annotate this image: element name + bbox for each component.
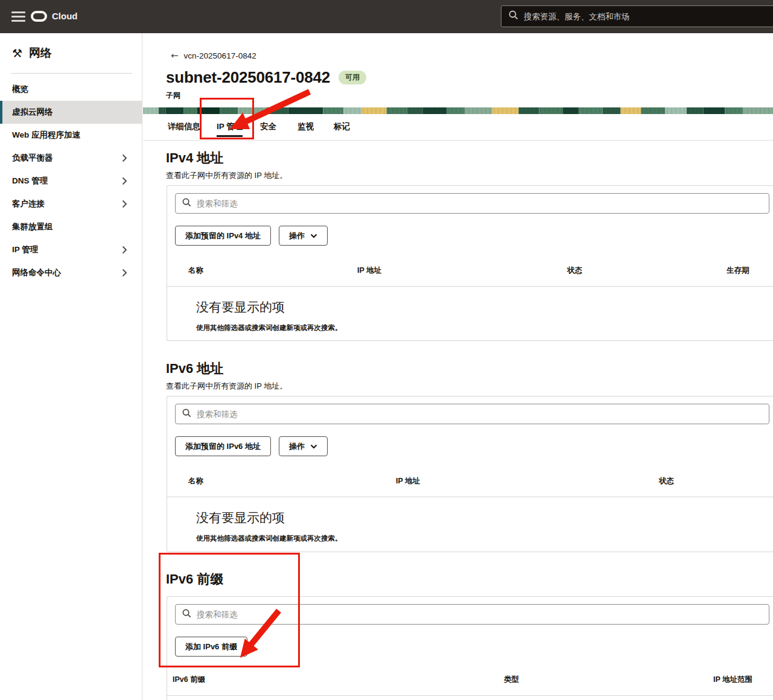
ipv6-prefix-table-header: IPv6 前缀 类型 IP 地址范围 (167, 669, 773, 696)
sidebar-item-vcn[interactable]: 虚拟云网络 (0, 101, 142, 124)
oracle-logo-icon[interactable] (31, 11, 47, 22)
decorative-banner (143, 107, 773, 114)
tab-monitoring[interactable]: 监视 (297, 121, 314, 138)
tab-security[interactable]: 安全 (260, 121, 276, 138)
search-icon (509, 10, 518, 22)
search-icon (182, 198, 191, 209)
ipv6-prefix-section-heading: IPv6 前缀 (166, 570, 223, 588)
search-icon (182, 609, 191, 620)
column-header[interactable]: 生存期 (727, 266, 749, 276)
sidebar-divider (11, 73, 132, 74)
back-arrow-icon[interactable]: ← (171, 50, 179, 61)
search-icon (182, 409, 191, 420)
topbar: Cloud (0, 0, 773, 33)
ipv6-section-description: 查看此子网中所有资源的 IP 地址。 (166, 381, 287, 392)
add-reserved-ipv6-button[interactable]: 添加预留的 IPv6 地址 (175, 436, 271, 456)
ipv6-actions-button[interactable]: 操作 (279, 436, 328, 456)
ipv4-empty-state-title: 没有要显示的项 (196, 299, 769, 316)
ipv4-empty-state-subtitle: 使用其他筛选器或搜索词创建新项或再次搜索。 (196, 323, 769, 332)
column-header[interactable]: 类型 (504, 675, 519, 685)
breadcrumb: ← vcn-20250617-0842 (171, 50, 256, 61)
ipv4-section-heading: IPv4 地址 (166, 149, 223, 167)
ipv6-prefix-panel: 添加 IPv6 前缀 IPv6 前缀 类型 IP 地址范围 (167, 596, 773, 700)
sidebar-item-network-command-center[interactable]: 网络命令中心 (0, 261, 142, 284)
chevron-right-icon (122, 154, 127, 164)
chevron-down-icon (310, 231, 317, 240)
ipv6-section-heading: IPv6 地址 (166, 360, 223, 378)
sidebar-item-ip-management[interactable]: IP 管理 (0, 238, 142, 261)
ipv6-empty-state-title: 没有要显示的项 (196, 509, 769, 526)
sidebar-item-load-balancer[interactable]: 负载平衡器 (0, 147, 142, 170)
ipv6-prefix-search-filter[interactable] (175, 604, 769, 625)
status-badge: 可用 (339, 71, 366, 84)
chevron-right-icon (122, 269, 127, 279)
ipv6-search-input[interactable] (197, 410, 695, 419)
ipv6-panel: 添加预留的 IPv6 地址 操作 名称 IP 地址 状态 没有要显示的项 使用其… (167, 396, 773, 552)
chevron-down-icon (310, 442, 317, 451)
ipv6-table-header: 名称 IP 地址 状态 (167, 470, 773, 497)
column-header[interactable]: 状态 (659, 476, 674, 486)
column-header[interactable]: 状态 (567, 266, 582, 276)
column-header[interactable]: IP 地址范围 (713, 675, 752, 685)
chevron-right-icon (122, 246, 127, 256)
sidebar-item-dns-management[interactable]: DNS 管理 (0, 170, 142, 192)
sidebar-item-web-app-acceleration[interactable]: Web 应用程序加速 (0, 124, 142, 147)
column-header[interactable]: IP 地址 (396, 476, 420, 486)
vcn-back-link[interactable]: vcn-20250617-0842 (184, 51, 256, 60)
sidebar: ⚒ 网络 概览 虚拟云网络 Web 应用程序加速 负载平衡器 DNS 管理 客户… (0, 33, 142, 700)
tab-ip-management[interactable]: IP 管理 (217, 121, 243, 138)
sidebar-item-customer-connectivity[interactable]: 客户连接 (0, 192, 142, 215)
global-search[interactable] (501, 5, 773, 27)
column-header[interactable]: IP 地址 (357, 266, 381, 276)
column-header[interactable]: 名称 (188, 266, 203, 276)
sidebar-header: ⚒ 网络 (12, 45, 52, 61)
brand-label: Cloud (52, 11, 78, 21)
main-content: ← vcn-20250617-0842 subnet-20250617-0842… (143, 33, 773, 700)
sidebar-item-overview[interactable]: 概览 (0, 78, 142, 101)
page-title: subnet-20250617-0842 (166, 68, 330, 87)
ipv4-search-filter[interactable] (175, 193, 769, 214)
tab-details[interactable]: 详细信息 (168, 121, 200, 138)
ipv4-table-header: 名称 IP 地址 状态 生存期 (167, 259, 773, 287)
sidebar-item-cluster-placement-group[interactable]: 集群放置组 (0, 215, 142, 238)
hamburger-menu-icon[interactable] (11, 11, 25, 22)
ipv6-prefix-search-input[interactable] (197, 610, 695, 619)
chevron-right-icon (122, 177, 127, 187)
sidebar-nav: 概览 虚拟云网络 Web 应用程序加速 负载平衡器 DNS 管理 客户连接 集群… (0, 78, 142, 284)
column-header[interactable]: IPv6 前缀 (173, 675, 205, 685)
chevron-right-icon (122, 200, 127, 210)
add-reserved-ipv4-button[interactable]: 添加预留的 IPv4 地址 (175, 226, 271, 246)
add-ipv6-prefix-button[interactable]: 添加 IPv6 前缀 (175, 637, 247, 657)
tabbar: 详细信息 IP 管理 安全 监视 标记 (143, 114, 773, 141)
ipv4-section-description: 查看此子网中所有资源的 IP 地址。 (166, 170, 287, 181)
sidebar-title: 网络 (29, 45, 52, 61)
global-search-input[interactable] (524, 12, 753, 21)
ipv4-panel: 添加预留的 IPv4 地址 操作 名称 IP 地址 状态 生存期 没有要显示的项… (167, 185, 773, 341)
ipv6-search-filter[interactable] (175, 404, 769, 424)
resource-type-label: 子网 (166, 91, 180, 101)
ipv4-search-input[interactable] (197, 199, 695, 208)
ipv6-empty-state-subtitle: 使用其他筛选器或搜索词创建新项或再次搜索。 (196, 534, 769, 543)
tab-tags[interactable]: 标记 (334, 121, 350, 138)
network-tools-icon: ⚒ (12, 48, 22, 59)
ipv4-actions-button[interactable]: 操作 (279, 226, 328, 246)
column-header[interactable]: 名称 (188, 476, 203, 486)
